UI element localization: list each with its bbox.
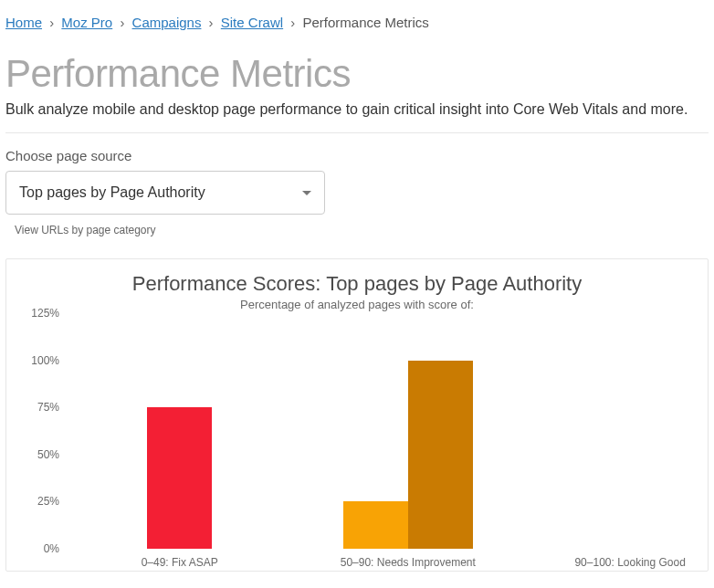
x-axis-labels: 0–49: Fix ASAP50–90: Needs Improvement90…	[68, 551, 686, 571]
breadcrumb-site-crawl[interactable]: Site Crawl	[221, 15, 283, 30]
caret-down-icon	[302, 191, 311, 195]
y-tick-label: 75%	[37, 401, 59, 414]
bar-needs-improvement-a	[343, 501, 408, 549]
chevron-right-icon: ›	[120, 15, 128, 30]
chevron-right-icon: ›	[209, 15, 217, 30]
page-source-select[interactable]: Top pages by Page Authority	[5, 171, 325, 215]
bar-needs-improvement-b	[408, 361, 473, 549]
bar-fix-asap	[147, 407, 212, 549]
chart-panel: Performance Scores: Top pages by Page Au…	[5, 258, 709, 572]
breadcrumb: Home › Moz Pro › Campaigns › Site Crawl …	[5, 9, 709, 39]
breadcrumb-campaigns[interactable]: Campaigns	[132, 15, 202, 30]
page-source-helper: View URLs by page category	[15, 224, 709, 236]
page-title: Performance Metrics	[5, 52, 709, 96]
chart-subtitle: Percentage of analyzed pages with score …	[23, 298, 691, 311]
y-axis: 0%25%50%75%100%125%	[23, 313, 63, 549]
y-tick-label: 0%	[44, 542, 59, 555]
y-tick-label: 25%	[37, 495, 59, 508]
bar-chart: 0%25%50%75%100%125% 0–49: Fix ASAP50–90:…	[23, 313, 691, 571]
chart-plot-area	[68, 313, 686, 549]
chart-title: Performance Scores: Top pages by Page Au…	[23, 272, 691, 296]
breadcrumb-moz-pro[interactable]: Moz Pro	[61, 15, 112, 30]
y-tick-label: 100%	[31, 354, 59, 367]
page-subtitle: Bulk analyze mobile and desktop page per…	[5, 101, 709, 118]
breadcrumb-home[interactable]: Home	[5, 15, 42, 30]
x-tick-label: 50–90: Needs Improvement	[341, 556, 476, 569]
chevron-right-icon: ›	[49, 15, 58, 30]
breadcrumb-current: Performance Metrics	[302, 15, 428, 30]
chevron-right-icon: ›	[290, 15, 299, 30]
divider	[5, 132, 709, 133]
x-tick-label: 0–49: Fix ASAP	[142, 556, 218, 569]
x-tick-label: 90–100: Looking Good	[574, 556, 685, 569]
page-source-selected-value: Top pages by Page Authority	[19, 184, 205, 201]
y-tick-label: 125%	[31, 307, 59, 320]
source-field-label: Choose page source	[5, 148, 709, 163]
y-tick-label: 50%	[37, 448, 59, 461]
